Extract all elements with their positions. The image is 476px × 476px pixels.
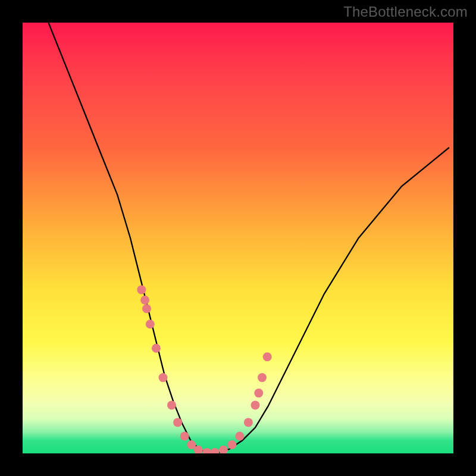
data-point [173, 418, 182, 427]
bottleneck-curve [48, 23, 449, 453]
data-point [152, 344, 161, 353]
highlighted-points [137, 285, 271, 453]
data-point [180, 432, 189, 441]
data-point [137, 285, 146, 294]
data-point [202, 448, 211, 453]
data-point [254, 389, 263, 397]
data-point [167, 400, 176, 409]
data-point [263, 352, 272, 361]
data-point [140, 296, 149, 305]
data-point [210, 448, 219, 453]
watermark-text: TheBottleneck.com [343, 4, 468, 20]
data-point [219, 446, 228, 453]
chart-frame: TheBottleneck.com [0, 0, 476, 476]
plot-area [23, 23, 453, 453]
data-point [227, 440, 236, 449]
curve-layer [23, 23, 453, 453]
data-point [159, 373, 168, 382]
data-point [244, 418, 253, 427]
data-point [235, 432, 244, 441]
data-point [251, 400, 260, 409]
data-point [258, 373, 267, 382]
data-point [142, 304, 151, 313]
data-point [146, 320, 155, 328]
